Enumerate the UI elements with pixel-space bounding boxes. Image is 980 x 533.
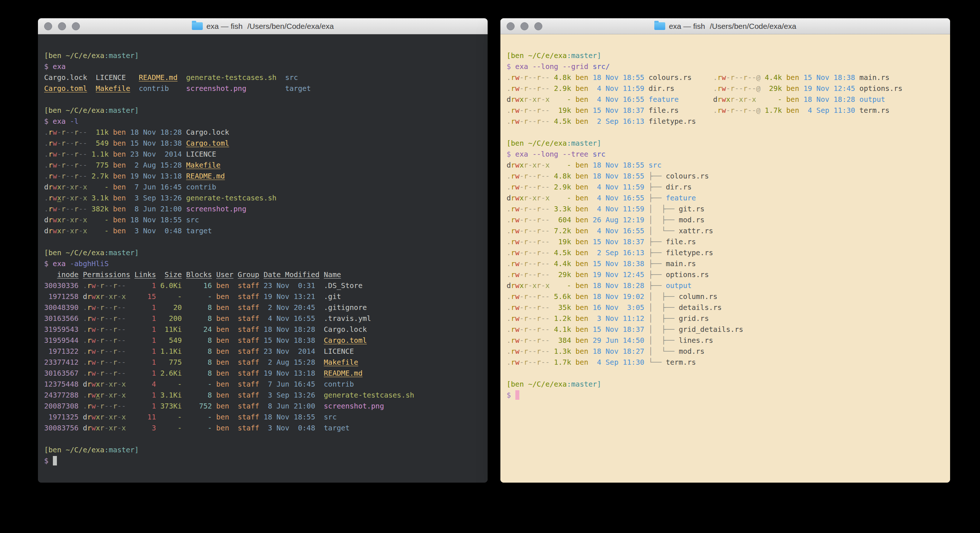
terminal-line: .rw-r--r-- 29k ben 19 Nov 12:45 ├── opti… <box>507 270 944 280</box>
close-button[interactable] <box>507 22 515 30</box>
terminal-line <box>44 40 481 50</box>
terminal-line: 23377412 .rw-r--r-- 1 775 8 ben staff 2 … <box>44 357 481 368</box>
terminal-line: $ exa <box>44 61 481 72</box>
terminal-line: 30083756 drwxr-xr-x 3 - - ben staff 3 No… <box>44 423 481 434</box>
terminal-line: .rw-r--r-- 604 ben 26 Aug 12:19 │ ├── mo… <box>507 215 944 226</box>
terminal-line: .rw-r--r-- 4.5k ben 2 Sep 16:13 ├── file… <box>507 247 944 259</box>
terminal-line: .rw-r--r-- 35k ben 16 Nov 3:05 │ ├── det… <box>507 302 944 313</box>
window-title-app: exa — fish <box>669 22 705 31</box>
terminal-line: .rw-r--r-- 3.3k ben 4 Nov 11:59 │ ├── gi… <box>507 204 944 215</box>
terminal-line: drwxr-xr-x - ben 3 Nov 0:48 target <box>44 226 481 236</box>
terminal-line: .rw-r--r-- 1.2k ben 3 Nov 11:12 │ ├── gr… <box>507 313 944 324</box>
terminal-line: .rw-r--r-- 4.5k ben 2 Sep 16:13 filetype… <box>507 116 944 127</box>
terminal-line: $ <box>44 456 481 466</box>
terminal-line: 31959543 .rw-r--r-- 1 11Ki 24 ben staff … <box>44 324 481 335</box>
terminal-line: $ exa --long --grid src/ <box>507 61 944 72</box>
terminal-line: .rw-r--r-- 1.7k ben 4 Sep 11:30 └── term… <box>507 357 944 368</box>
terminal-line: 30163567 .rw-r--r-- 1 2.6Ki 8 ben staff … <box>44 368 481 379</box>
terminal-line: drwxr-xr-x - ben 4 Nov 16:55 feature drw… <box>507 94 944 105</box>
terminal-line: inode Permissions Links Size Blocks User… <box>44 270 481 280</box>
terminal-line: .rw-r--r-- 4.4k ben 15 Nov 18:38 ├── mai… <box>507 259 944 270</box>
terminal-line: .rw-r--r-- 4.1k ben 15 Nov 18:37 │ ├── g… <box>507 324 944 335</box>
terminal-line: drwxr-xr-x - ben 18 Nov 18:28 ├── output <box>507 280 944 291</box>
terminal-line: $ exa --long --tree src <box>507 149 944 160</box>
terminal-line: [ben ~/C/e/exa:master] <box>44 105 481 116</box>
folder-icon <box>192 22 203 30</box>
minimize-button[interactable] <box>520 22 528 30</box>
zoom-button[interactable] <box>72 22 80 30</box>
terminal-line <box>507 40 944 50</box>
terminal-line: 30030336 .rw-r--r-- 1 6.0Ki 16 ben staff… <box>44 280 481 291</box>
terminal-line: drwxr-xr-x - ben 4 Nov 16:55 ├── feature <box>507 193 944 204</box>
window-controls <box>44 18 80 34</box>
terminal-line: 24377288 .rwxr-xr-x 1 3.1Ki 8 ben staff … <box>44 390 481 401</box>
terminal-line: .rwxr-xr-x 3.1k ben 3 Sep 13:26 generate… <box>44 193 481 204</box>
terminal-line: [ben ~/C/e/exa:master] <box>507 138 944 149</box>
window-controls <box>507 18 542 34</box>
terminal-line: .rw-r--r-- 2.9k ben 4 Nov 11:59 ├── dir.… <box>507 182 944 193</box>
minimize-button[interactable] <box>58 22 66 30</box>
terminal-line: 30163566 .rw-r--r-- 1 200 8 ben staff 4 … <box>44 313 481 324</box>
terminal-line: $ exa -l <box>44 116 481 127</box>
title-bar[interactable]: exa — fish /Users/ben/Code/exa/exa <box>38 18 488 34</box>
terminal-line: 1971322 .rw-r--r-- 1 1.1Ki 8 ben staff 2… <box>44 346 481 357</box>
terminal-line: Cargo.lock LICENCE README.md generate-te… <box>44 72 481 83</box>
terminal-line: [ben ~/C/e/exa:master] <box>44 247 481 259</box>
terminal-window-dark: exa — fish /Users/ben/Code/exa/exa [ben … <box>38 18 488 483</box>
terminal-line: drwxr-xr-x - ben 7 Jun 16:45 contrib <box>44 182 481 193</box>
terminal-line: .rw-r--r-- 7.2k ben 4 Nov 16:55 │ └── xa… <box>507 226 944 236</box>
terminal-line: drwxr-xr-x - ben 18 Nov 18:55 src <box>507 160 944 171</box>
terminal-line <box>44 434 481 445</box>
terminal-line: [ben ~/C/e/exa:master] <box>44 50 481 61</box>
terminal-line: .rw-r--r-- 775 ben 2 Aug 15:28 Makefile <box>44 160 481 171</box>
terminal-line <box>507 127 944 138</box>
terminal-line: $ <box>507 390 944 401</box>
terminal-line: .rw-r--r-- 1.3k ben 18 Nov 18:27 │ └── m… <box>507 346 944 357</box>
terminal-line: .rw-r--r-- 19k ben 15 Nov 18:37 ├── file… <box>507 236 944 247</box>
terminal-line: .rw-r--r-- 2.9k ben 4 Nov 11:59 dir.rs .… <box>507 83 944 94</box>
terminal-line: 20087308 .rw-r--r-- 1 373Ki 752 ben staf… <box>44 401 481 412</box>
terminal-line: .rw-r--r-- 4.8k ben 18 Nov 18:55 colours… <box>507 72 944 83</box>
terminal-line: .rw-r--r-- 11k ben 18 Nov 18:28 Cargo.lo… <box>44 127 481 138</box>
terminal-line: .rw-r--r-- 19k ben 15 Nov 18:37 file.rs … <box>507 105 944 116</box>
terminal-output[interactable]: [ben ~/C/e/exa:master]$ exa --long --gri… <box>500 34 950 483</box>
terminal-window-light: exa — fish /Users/ben/Code/exa/exa [ben … <box>500 18 950 483</box>
terminal-line: .rw-r--r-- 384 ben 29 Jun 14:50 │ ├── li… <box>507 335 944 346</box>
cursor <box>53 456 57 466</box>
zoom-button[interactable] <box>534 22 542 30</box>
close-button[interactable] <box>44 22 52 30</box>
terminal-line: 30048390 .rw-r--r-- 1 20 8 ben staff 2 N… <box>44 302 481 313</box>
terminal-line: .rw-r--r-- 1.1k ben 23 Nov 2014 LICENCE <box>44 149 481 160</box>
desktop: exa — fish /Users/ben/Code/exa/exa [ben … <box>0 0 980 533</box>
window-title-app: exa — fish <box>207 22 243 31</box>
window-title-path: /Users/ben/Code/exa/exa <box>247 22 334 31</box>
window-title-path: /Users/ben/Code/exa/exa <box>710 22 796 31</box>
terminal-line: $ exa -abghHliS <box>44 259 481 270</box>
terminal-line: [ben ~/C/e/exa:master] <box>507 379 944 390</box>
terminal-line: [ben ~/C/e/exa:master] <box>507 50 944 61</box>
title-bar[interactable]: exa — fish /Users/ben/Code/exa/exa <box>500 18 950 34</box>
terminal-line: .rw-r--r-- 549 ben 15 Nov 18:38 Cargo.to… <box>44 138 481 149</box>
terminal-line <box>44 236 481 247</box>
terminal-line <box>44 94 481 105</box>
terminal-line: .rw-r--r-- 4.8k ben 18 Nov 18:55 ├── col… <box>507 171 944 182</box>
terminal-line: 1971325 drwxr-xr-x 11 - - ben staff 18 N… <box>44 412 481 423</box>
terminal-line: .rw-r--r-- 5.6k ben 18 Nov 19:02 │ ├── c… <box>507 291 944 302</box>
terminal-line: drwxr-xr-x - ben 18 Nov 18:55 src <box>44 215 481 226</box>
terminal-line: .rw-r--r-- 2.7k ben 19 Nov 13:18 README.… <box>44 171 481 182</box>
terminal-line <box>507 368 944 379</box>
terminal-line: Cargo.toml Makefile contrib screenshot.p… <box>44 83 481 94</box>
terminal-line: 31959544 .rw-r--r-- 1 549 8 ben staff 15… <box>44 335 481 346</box>
terminal-line: [ben ~/C/e/exa:master] <box>44 445 481 456</box>
terminal-line: .rw-r--r-- 382k ben 8 Jun 21:00 screensh… <box>44 204 481 215</box>
terminal-output[interactable]: [ben ~/C/e/exa:master]$ exaCargo.lock LI… <box>38 34 488 483</box>
terminal-line: 12375448 drwxr-xr-x 4 - - ben staff 7 Ju… <box>44 379 481 390</box>
window-title: exa — fish /Users/ben/Code/exa/exa <box>192 22 334 31</box>
window-title: exa — fish /Users/ben/Code/exa/exa <box>654 22 796 31</box>
cursor <box>515 390 520 400</box>
folder-icon <box>654 22 665 30</box>
terminal-line: 1971258 drwxr-xr-x 15 - - ben staff 19 N… <box>44 291 481 302</box>
